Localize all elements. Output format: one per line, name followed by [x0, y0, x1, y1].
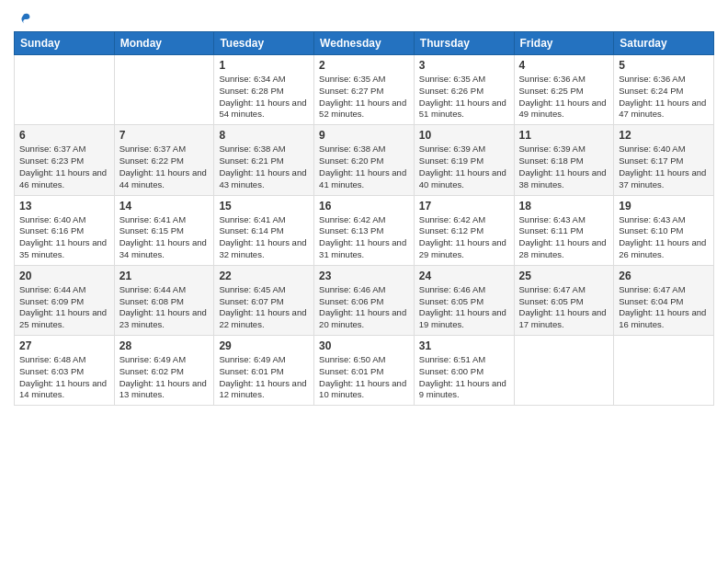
calendar-cell: 5Sunrise: 6:36 AMSunset: 6:24 PMDaylight… — [614, 55, 714, 125]
day-info: Sunrise: 6:46 AMSunset: 6:06 PMDaylight:… — [319, 284, 409, 331]
calendar-cell: 9Sunrise: 6:38 AMSunset: 6:20 PMDaylight… — [314, 125, 415, 195]
calendar-table: SundayMondayTuesdayWednesdayThursdayFrid… — [14, 31, 714, 406]
day-number: 12 — [619, 129, 709, 142]
day-info: Sunrise: 6:43 AMSunset: 6:11 PMDaylight:… — [519, 214, 609, 261]
calendar-cell: 14Sunrise: 6:41 AMSunset: 6:15 PMDayligh… — [114, 195, 214, 265]
day-info: Sunrise: 6:47 AMSunset: 6:05 PMDaylight:… — [519, 284, 609, 331]
day-info: Sunrise: 6:51 AMSunset: 6:00 PMDaylight:… — [419, 354, 509, 401]
calendar-cell: 20Sunrise: 6:44 AMSunset: 6:09 PMDayligh… — [15, 265, 115, 335]
calendar-week-row: 1Sunrise: 6:34 AMSunset: 6:28 PMDaylight… — [15, 55, 714, 125]
day-number: 29 — [219, 339, 309, 352]
day-number: 14 — [119, 200, 210, 213]
day-number: 19 — [619, 200, 709, 213]
calendar-cell: 10Sunrise: 6:39 AMSunset: 6:19 PMDayligh… — [414, 125, 514, 195]
day-number: 28 — [119, 339, 210, 352]
day-number: 31 — [419, 339, 509, 352]
calendar-cell: 7Sunrise: 6:37 AMSunset: 6:22 PMDaylight… — [114, 125, 214, 195]
calendar-cell: 15Sunrise: 6:41 AMSunset: 6:14 PMDayligh… — [214, 195, 314, 265]
day-number: 18 — [519, 200, 609, 213]
day-info: Sunrise: 6:37 AMSunset: 6:22 PMDaylight:… — [119, 144, 210, 190]
day-info: Sunrise: 6:42 AMSunset: 6:13 PMDaylight:… — [319, 214, 409, 261]
day-info: Sunrise: 6:35 AMSunset: 6:26 PMDaylight:… — [419, 74, 509, 121]
day-info: Sunrise: 6:47 AMSunset: 6:04 PMDaylight:… — [619, 284, 709, 331]
day-number: 10 — [419, 129, 509, 142]
weekday-header-row: SundayMondayTuesdayWednesdayThursdayFrid… — [15, 32, 714, 55]
day-info: Sunrise: 6:41 AMSunset: 6:15 PMDaylight:… — [119, 214, 210, 261]
calendar-cell — [114, 55, 214, 125]
day-number: 5 — [619, 59, 709, 72]
weekday-header-friday: Friday — [514, 32, 614, 55]
day-info: Sunrise: 6:50 AMSunset: 6:01 PMDaylight:… — [319, 354, 409, 401]
calendar-cell: 1Sunrise: 6:34 AMSunset: 6:28 PMDaylight… — [214, 55, 314, 125]
day-number: 23 — [319, 270, 409, 282]
day-info: Sunrise: 6:35 AMSunset: 6:27 PMDaylight:… — [319, 74, 409, 121]
day-number: 22 — [219, 270, 309, 282]
calendar-cell: 26Sunrise: 6:47 AMSunset: 6:04 PMDayligh… — [614, 265, 714, 335]
calendar-cell: 3Sunrise: 6:35 AMSunset: 6:26 PMDaylight… — [414, 55, 514, 125]
day-number: 8 — [219, 129, 309, 142]
logo-bird-icon — [16, 11, 32, 28]
day-number: 13 — [19, 200, 109, 213]
calendar-cell: 4Sunrise: 6:36 AMSunset: 6:25 PMDaylight… — [514, 55, 614, 125]
day-info: Sunrise: 6:46 AMSunset: 6:05 PMDaylight:… — [419, 284, 509, 331]
day-info: Sunrise: 6:39 AMSunset: 6:19 PMDaylight:… — [419, 144, 509, 190]
day-number: 9 — [319, 129, 409, 142]
calendar-week-row: 20Sunrise: 6:44 AMSunset: 6:09 PMDayligh… — [15, 265, 714, 335]
day-number: 6 — [19, 129, 109, 142]
day-info: Sunrise: 6:34 AMSunset: 6:28 PMDaylight:… — [219, 74, 309, 121]
calendar-cell: 23Sunrise: 6:46 AMSunset: 6:06 PMDayligh… — [314, 265, 415, 335]
day-number: 7 — [119, 129, 210, 142]
day-info: Sunrise: 6:42 AMSunset: 6:12 PMDaylight:… — [419, 214, 509, 261]
calendar-cell: 2Sunrise: 6:35 AMSunset: 6:27 PMDaylight… — [314, 55, 415, 125]
day-number: 16 — [319, 200, 409, 213]
day-number: 30 — [319, 339, 409, 352]
calendar-cell — [614, 336, 714, 406]
weekday-header-tuesday: Tuesday — [214, 32, 314, 55]
day-info: Sunrise: 6:36 AMSunset: 6:24 PMDaylight:… — [619, 74, 709, 121]
calendar-cell: 8Sunrise: 6:38 AMSunset: 6:21 PMDaylight… — [214, 125, 314, 195]
day-number: 15 — [219, 200, 309, 213]
day-info: Sunrise: 6:39 AMSunset: 6:18 PMDaylight:… — [519, 144, 609, 190]
day-number: 25 — [519, 270, 609, 282]
weekday-header-monday: Monday — [114, 32, 214, 55]
calendar-cell: 25Sunrise: 6:47 AMSunset: 6:05 PMDayligh… — [514, 265, 614, 335]
day-number: 11 — [519, 129, 609, 142]
calendar-cell: 27Sunrise: 6:48 AMSunset: 6:03 PMDayligh… — [15, 336, 115, 406]
calendar-cell: 16Sunrise: 6:42 AMSunset: 6:13 PMDayligh… — [314, 195, 415, 265]
day-info: Sunrise: 6:48 AMSunset: 6:03 PMDaylight:… — [19, 354, 109, 401]
day-info: Sunrise: 6:44 AMSunset: 6:08 PMDaylight:… — [119, 284, 210, 331]
calendar-cell: 31Sunrise: 6:51 AMSunset: 6:00 PMDayligh… — [414, 336, 514, 406]
day-number: 24 — [419, 270, 509, 282]
day-number: 1 — [219, 59, 309, 72]
day-number: 21 — [119, 270, 210, 282]
calendar-cell: 12Sunrise: 6:40 AMSunset: 6:17 PMDayligh… — [614, 125, 714, 195]
header — [14, 9, 714, 24]
calendar-week-row: 13Sunrise: 6:40 AMSunset: 6:16 PMDayligh… — [15, 195, 714, 265]
weekday-header-wednesday: Wednesday — [314, 32, 415, 55]
day-info: Sunrise: 6:49 AMSunset: 6:01 PMDaylight:… — [219, 354, 309, 401]
day-number: 17 — [419, 200, 509, 213]
day-info: Sunrise: 6:37 AMSunset: 6:23 PMDaylight:… — [19, 144, 109, 190]
day-number: 27 — [19, 339, 109, 352]
logo — [14, 9, 32, 24]
calendar-cell: 18Sunrise: 6:43 AMSunset: 6:11 PMDayligh… — [514, 195, 614, 265]
day-info: Sunrise: 6:40 AMSunset: 6:16 PMDaylight:… — [19, 214, 109, 261]
day-info: Sunrise: 6:40 AMSunset: 6:17 PMDaylight:… — [619, 144, 709, 190]
day-info: Sunrise: 6:44 AMSunset: 6:09 PMDaylight:… — [19, 284, 109, 331]
weekday-header-sunday: Sunday — [15, 32, 115, 55]
calendar-cell: 11Sunrise: 6:39 AMSunset: 6:18 PMDayligh… — [514, 125, 614, 195]
calendar-cell: 17Sunrise: 6:42 AMSunset: 6:12 PMDayligh… — [414, 195, 514, 265]
day-info: Sunrise: 6:41 AMSunset: 6:14 PMDaylight:… — [219, 214, 309, 261]
day-info: Sunrise: 6:43 AMSunset: 6:10 PMDaylight:… — [619, 214, 709, 261]
calendar-cell: 6Sunrise: 6:37 AMSunset: 6:23 PMDaylight… — [15, 125, 115, 195]
calendar-cell: 30Sunrise: 6:50 AMSunset: 6:01 PMDayligh… — [314, 336, 415, 406]
calendar-week-row: 27Sunrise: 6:48 AMSunset: 6:03 PMDayligh… — [15, 336, 714, 406]
calendar-cell — [15, 55, 115, 125]
day-info: Sunrise: 6:45 AMSunset: 6:07 PMDaylight:… — [219, 284, 309, 331]
page: SundayMondayTuesdayWednesdayThursdayFrid… — [0, 0, 728, 563]
day-info: Sunrise: 6:38 AMSunset: 6:21 PMDaylight:… — [219, 144, 309, 190]
calendar-cell: 19Sunrise: 6:43 AMSunset: 6:10 PMDayligh… — [614, 195, 714, 265]
calendar-cell: 22Sunrise: 6:45 AMSunset: 6:07 PMDayligh… — [214, 265, 314, 335]
day-number: 2 — [319, 59, 409, 72]
calendar-cell — [514, 336, 614, 406]
